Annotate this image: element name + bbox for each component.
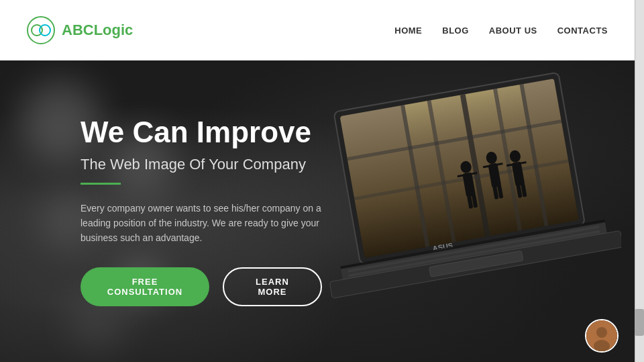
logo-icon (27, 16, 55, 44)
laptop-image-area: ASUS (313, 60, 621, 362)
logo-text: ABCLogic (62, 21, 133, 39)
browser-window: ABCLogic HOME BLOG ABOUT US CONTACTS We … (0, 0, 644, 362)
nav-about[interactable]: ABOUT US (489, 26, 537, 36)
avatar-face-icon (586, 320, 617, 351)
hero-description: Every company owner wants to see his/her… (80, 201, 322, 246)
hero-divider (80, 183, 121, 185)
site-header: ABCLogic HOME BLOG ABOUT US CONTACTS (0, 0, 635, 60)
website-content: ABCLogic HOME BLOG ABOUT US CONTACTS We … (0, 0, 635, 362)
nav-home[interactable]: HOME (394, 26, 422, 36)
hero-section: We Can Improve The Web Image Of Your Com… (0, 60, 635, 362)
avatar-bubble (585, 319, 619, 353)
scrollbar[interactable] (635, 0, 644, 362)
free-consultation-button[interactable]: FREE CONSULTATION (80, 267, 209, 306)
logo-logic: Logic (94, 21, 133, 38)
hero-subtitle: The Web Image Of Your Company (80, 156, 322, 173)
nav-contacts[interactable]: CONTACTS (557, 26, 608, 36)
svg-point-2 (40, 25, 50, 36)
hero-title: We Can Improve (80, 116, 322, 148)
avatar-image (586, 320, 617, 351)
main-nav: HOME BLOG ABOUT US CONTACTS (394, 26, 608, 36)
logo-abc: ABC (62, 21, 94, 38)
learn-more-button[interactable]: LEARN MORE (223, 267, 322, 306)
scrollbar-thumb[interactable] (635, 309, 644, 336)
laptop-illustration: ASUS (313, 60, 621, 362)
logo-area[interactable]: ABCLogic (27, 16, 133, 44)
svg-point-43 (596, 327, 607, 338)
hero-buttons: FREE CONSULTATION LEARN MORE (80, 267, 322, 306)
hero-content: We Can Improve The Web Image Of Your Com… (0, 116, 349, 306)
nav-blog[interactable]: BLOG (442, 26, 469, 36)
